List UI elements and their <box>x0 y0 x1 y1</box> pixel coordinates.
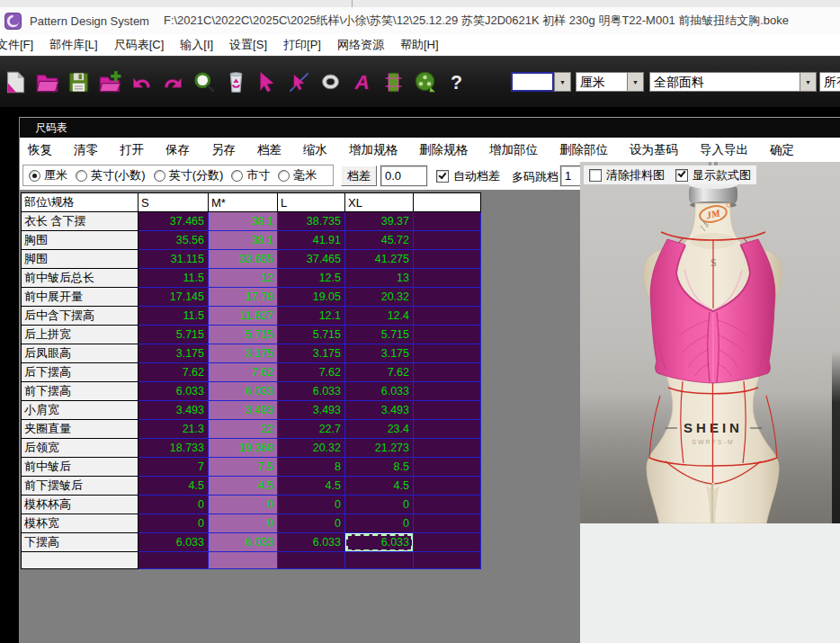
size-cell[interactable]: 4.5 <box>278 477 345 496</box>
size-cell[interactable]: 6.033 <box>345 382 414 401</box>
size-cell[interactable]: 35.56 <box>139 231 209 250</box>
size-cell[interactable]: 17.145 <box>139 288 209 307</box>
show-style-checkbox[interactable]: 显示款式图 <box>670 165 756 184</box>
dialog-menu-item-12[interactable]: 导入导出 <box>689 142 759 158</box>
size-cell[interactable]: 7.62 <box>209 363 278 382</box>
select-arrow-icon[interactable] <box>252 61 283 103</box>
size-cell[interactable]: 7.62 <box>139 363 209 382</box>
empty-cell[interactable] <box>345 552 414 569</box>
row-label[interactable]: 后中含下摆高 <box>22 307 139 326</box>
dialog-menu-item-6[interactable]: 缩水 <box>292 142 338 158</box>
size-cell[interactable]: 22.7 <box>278 420 345 439</box>
empty-cell[interactable] <box>414 382 481 401</box>
menu-item-1[interactable]: 部件库[L] <box>41 34 105 56</box>
size-cell[interactable]: 38.1 <box>209 231 278 250</box>
size-cell[interactable]: 22 <box>209 420 278 439</box>
chevron-down-icon[interactable]: ▼ <box>800 72 817 92</box>
size-cell[interactable]: 6.033 <box>278 533 345 552</box>
size-cell[interactable]: 4.5 <box>139 477 209 496</box>
size-cell[interactable]: 37.465 <box>278 250 345 269</box>
size-cell[interactable]: 6.033 <box>209 533 278 552</box>
row-label[interactable]: 模杯杯高 <box>22 496 139 514</box>
size-cell[interactable]: 0 <box>209 514 278 533</box>
menu-item-7[interactable]: 帮助[H] <box>392 34 447 56</box>
size-cell[interactable]: 7.62 <box>278 363 345 382</box>
size-cell[interactable]: 21.273 <box>345 439 414 458</box>
dialog-menu-item-13[interactable]: 确定 <box>759 142 805 158</box>
menu-item-6[interactable]: 网络资源 <box>329 34 392 56</box>
size-cell[interactable]: 38.1 <box>209 212 278 231</box>
dialog-menu-item-3[interactable]: 保存 <box>155 142 201 158</box>
size-cell[interactable]: 6.033 <box>209 382 278 401</box>
size-cell[interactable]: 3.175 <box>209 344 278 363</box>
dialog-menu-item-1[interactable]: 清零 <box>63 142 109 158</box>
size-cell[interactable]: 39.37 <box>345 212 414 231</box>
row-label[interactable]: 后上拼宽 <box>22 326 139 344</box>
row-label[interactable]: 前中展开量 <box>22 288 139 307</box>
size-cell[interactable]: 3.175 <box>278 344 345 363</box>
size-cell[interactable]: 17.78 <box>209 288 278 307</box>
row-label[interactable]: 模杯宽 <box>22 514 139 533</box>
size-cell[interactable]: 4.5 <box>345 477 414 496</box>
size-cell[interactable]: 41.275 <box>345 250 414 269</box>
size-cell[interactable]: 3.493 <box>209 401 278 420</box>
row-label[interactable]: 衣长 含下摆 <box>22 212 139 231</box>
film-reel-icon[interactable] <box>409 61 441 103</box>
save-as-icon[interactable] <box>94 61 126 103</box>
row-label[interactable]: 前中皱后 <box>22 458 139 477</box>
grading-value-input[interactable]: 0.0 <box>380 165 427 186</box>
size-cell[interactable]: 3.493 <box>278 401 345 420</box>
size-cell[interactable]: 12.5 <box>278 269 345 288</box>
unit-radio-2[interactable]: 英寸(分数) <box>154 167 224 183</box>
empty-cell[interactable] <box>414 231 481 250</box>
fabric-combo[interactable]: 全部面料 ▼ <box>649 72 817 92</box>
row-label[interactable]: 夹圈直量 <box>22 420 139 439</box>
text-tool-icon[interactable]: A <box>346 61 378 103</box>
dialog-menu-item-7[interactable]: 增加规格 <box>338 142 408 158</box>
empty-cell[interactable] <box>414 496 481 514</box>
empty-cell[interactable] <box>414 326 481 344</box>
size-cell[interactable]: 8.5 <box>345 458 414 477</box>
size-cell[interactable]: 6.033 <box>139 382 209 401</box>
size-cell[interactable]: 45.72 <box>345 231 414 250</box>
empty-cell[interactable] <box>414 420 481 439</box>
size-cell[interactable]: 23.4 <box>345 420 414 439</box>
menu-item-2[interactable]: 尺码表[C] <box>106 34 173 56</box>
empty-cell[interactable] <box>278 552 345 569</box>
menu-item-0[interactable]: 文件[F] <box>0 34 41 56</box>
size-cell[interactable]: 12 <box>209 269 278 288</box>
empty-cell[interactable] <box>414 514 481 533</box>
size-cell[interactable]: 21.3 <box>139 420 209 439</box>
auto-grading-checkbox[interactable]: 自动档差 <box>436 168 500 184</box>
size-cell[interactable]: 6.033 <box>278 382 345 401</box>
row-label[interactable]: 前中皱后总长 <box>22 269 139 288</box>
dialog-menu-item-8[interactable]: 删除规格 <box>408 142 478 158</box>
size-cell[interactable]: 6.033 <box>139 533 209 552</box>
dialog-menu-item-9[interactable]: 增加部位 <box>478 142 549 158</box>
undo-icon[interactable] <box>126 61 157 103</box>
size-cell[interactable]: 0 <box>139 496 209 514</box>
empty-cell[interactable] <box>414 401 481 420</box>
zoom-icon[interactable] <box>189 61 220 103</box>
column-header-0[interactable]: 部位\规格 <box>22 193 139 212</box>
column-header-3[interactable]: L <box>278 193 345 212</box>
size-cell[interactable]: 5.715 <box>345 326 414 344</box>
save-icon[interactable] <box>63 61 94 103</box>
empty-cell[interactable] <box>414 439 481 458</box>
size-cell[interactable]: 13 <box>345 269 414 288</box>
grading-button[interactable]: 档差 <box>341 165 377 186</box>
empty-cell[interactable] <box>414 477 481 496</box>
row-label[interactable]: 后下摆高 <box>22 363 139 382</box>
size-cell[interactable]: 3.493 <box>139 401 209 420</box>
chevron-down-icon[interactable]: ▼ <box>627 72 644 92</box>
size-cell[interactable]: 20.32 <box>345 288 414 307</box>
size-cell[interactable]: 3.175 <box>139 344 209 363</box>
size-cell[interactable]: 6.033 <box>345 533 414 552</box>
size-cell[interactable]: 0 <box>139 514 209 533</box>
size-cell[interactable]: 8 <box>278 458 345 477</box>
empty-cell[interactable] <box>414 250 481 269</box>
size-cell[interactable]: 7.62 <box>345 363 414 382</box>
ring-icon[interactable] <box>315 61 346 103</box>
unit-radio-3[interactable]: 市寸 <box>231 167 270 183</box>
size-cell[interactable]: 11.5 <box>139 269 209 288</box>
